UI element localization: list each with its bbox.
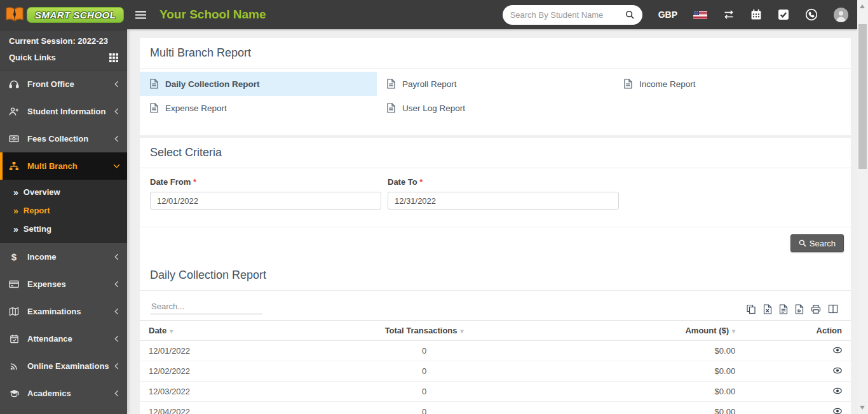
view-eye-icon[interactable]	[833, 408, 842, 414]
chevron-down-icon	[114, 163, 119, 170]
copy-icon[interactable]	[746, 304, 756, 314]
app-logo[interactable]: SMART SCHOOL	[0, 0, 127, 29]
scrollbar-thumb[interactable]	[858, 24, 867, 169]
calendar-check-icon	[8, 334, 20, 344]
cell-date: 12/02/2022	[140, 361, 318, 382]
multi-branch-submenu: » Overview » Report » Setting	[0, 180, 127, 243]
search-icon[interactable]	[625, 10, 635, 20]
graduation-cap-icon	[8, 389, 20, 398]
table-row: 12/01/2022 0 $0.00	[140, 341, 851, 361]
column-visibility-icon[interactable]	[828, 304, 838, 314]
todo-check-icon[interactable]	[778, 9, 789, 20]
double-angle-icon: »	[13, 224, 18, 234]
map-icon	[8, 307, 20, 316]
user-plus-icon	[8, 107, 20, 116]
quick-links-button[interactable]: Quick Links	[9, 53, 118, 62]
date-from-input[interactable]	[150, 192, 381, 210]
col-header-total-transactions[interactable]: Total Transactions▾	[318, 321, 531, 341]
sitemap-icon	[8, 161, 20, 171]
col-header-amount[interactable]: Amount ($)▾	[531, 321, 744, 341]
sidebar-item-academics[interactable]: Academics	[0, 380, 127, 407]
chevron-left-icon	[114, 253, 119, 260]
pdf-export-icon[interactable]	[795, 304, 804, 314]
tab-user-log-report[interactable]: User Log Report	[377, 96, 614, 120]
print-icon[interactable]	[811, 304, 821, 314]
table-row: 12/04/2022 0 $0.00	[140, 402, 851, 414]
file-text-icon	[624, 79, 632, 89]
headset-icon	[8, 79, 20, 89]
sidebar-item-multi-branch[interactable]: Multi Branch	[0, 152, 127, 180]
table-search-input[interactable]	[150, 299, 262, 314]
sidebar-item-fees-collection[interactable]: Fees Collection	[0, 125, 127, 152]
sidebar-item-front-office[interactable]: Front Office	[0, 70, 127, 98]
cell-amount: $0.00	[531, 341, 744, 361]
scroll-down-arrow-icon[interactable]	[860, 406, 865, 410]
col-header-date[interactable]: Date▾	[140, 321, 318, 341]
cell-date: 12/04/2022	[140, 402, 318, 414]
view-eye-icon[interactable]	[833, 367, 842, 374]
money-icon	[8, 135, 20, 143]
double-angle-icon: »	[13, 187, 18, 197]
cell-amount: $0.00	[531, 402, 744, 414]
date-to-field: Date To *	[388, 177, 619, 210]
tab-payroll-report[interactable]: Payroll Report	[377, 72, 614, 96]
submenu-item-setting[interactable]: » Setting	[0, 220, 127, 238]
sidebar-item-examinations[interactable]: Examinations	[0, 298, 127, 325]
whatsapp-icon[interactable]	[805, 8, 818, 21]
tab-income-report[interactable]: Income Report	[614, 72, 851, 96]
report-tab-grid: Daily Collection Report Payroll Report I…	[140, 69, 851, 135]
sidebar-item-online-examinations[interactable]: Online Examinations	[0, 352, 127, 380]
cell-amount: $0.00	[531, 361, 744, 382]
session-block: Current Session: 2022-23 Quick Links	[0, 29, 127, 70]
date-from-label: Date From *	[150, 177, 381, 187]
sidebar-item-expenses[interactable]: Expenses	[0, 270, 127, 298]
navbar-actions: GBP	[503, 5, 857, 25]
language-flag-icon[interactable]	[693, 11, 707, 19]
branch-switch-icon[interactable]	[723, 10, 735, 20]
chevron-left-icon	[114, 135, 119, 142]
double-angle-icon: »	[13, 206, 18, 216]
user-avatar[interactable]	[834, 8, 848, 22]
student-search-input[interactable]	[510, 10, 625, 20]
search-button[interactable]: Search	[790, 234, 844, 252]
date-to-label: Date To *	[388, 177, 619, 187]
grid-icon	[109, 53, 118, 62]
cell-amount: $0.00	[531, 382, 744, 402]
sidebar-item-income[interactable]: $ Income	[0, 243, 127, 270]
col-header-action: Action	[744, 321, 851, 341]
tab-daily-collection-report[interactable]: Daily Collection Report	[140, 72, 377, 96]
page-title: Multi Branch Report	[140, 38, 851, 69]
view-eye-icon[interactable]	[833, 387, 842, 394]
daily-collection-report-card: Daily Collection Report Date▾ Total Tran…	[140, 260, 851, 414]
export-toolbar	[746, 304, 841, 314]
brand-name: SMART SCHOOL	[27, 7, 124, 23]
sidebar-item-attendance[interactable]: Attendance	[0, 325, 127, 352]
table-row: 12/03/2022 0 $0.00	[140, 382, 851, 402]
file-text-icon	[387, 103, 395, 113]
cell-transactions: 0	[318, 382, 531, 402]
view-eye-icon[interactable]	[833, 347, 842, 354]
sidebar-item-lesson-plan[interactable]: Lesson Plan	[0, 407, 127, 414]
sidebar-menu: Front Office Student Information Fees Co…	[0, 70, 127, 414]
sidebar-item-student-information[interactable]: Student Information	[0, 98, 127, 125]
chevron-left-icon	[114, 390, 119, 397]
excel-export-icon[interactable]	[763, 304, 772, 314]
quick-links-label: Quick Links	[9, 53, 56, 62]
current-session-label: Current Session: 2022-23	[9, 36, 118, 46]
csv-export-icon[interactable]	[779, 304, 788, 314]
menu-toggle-icon[interactable]	[135, 11, 147, 19]
tab-expense-report[interactable]: Expense Report	[140, 96, 377, 120]
currency-selector[interactable]: GBP	[658, 10, 677, 20]
submenu-item-report[interactable]: » Report	[0, 201, 127, 220]
vertical-scrollbar[interactable]	[857, 0, 868, 414]
daily-collection-table: Date▾ Total Transactions▾ Amount ($)▾ Ac…	[140, 320, 851, 414]
cell-date: 12/01/2022	[140, 341, 318, 361]
scroll-up-arrow-icon[interactable]	[860, 4, 865, 8]
calendar-icon[interactable]	[750, 9, 762, 20]
chevron-left-icon	[114, 335, 119, 342]
table-title: Daily Collection Report	[140, 260, 851, 291]
submenu-item-overview[interactable]: » Overview	[0, 183, 127, 201]
dollar-icon: $	[8, 253, 20, 261]
search-icon	[799, 239, 806, 247]
date-to-input[interactable]	[388, 192, 619, 210]
